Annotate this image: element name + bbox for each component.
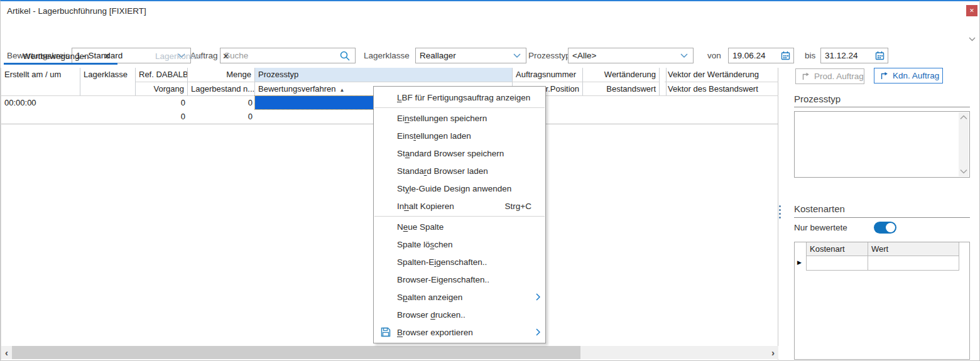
column-header[interactable]: Auftragsnummer: [513, 68, 583, 82]
auftrag-search-input[interactable]: [220, 48, 356, 63]
tab-label: Wertbewegungen: [23, 51, 89, 61]
cell-vorgang[interactable]: 0: [136, 110, 185, 124]
tab-bar: Wertbewegungen ✕ Lagerkonten ✕: [1, 48, 238, 65]
column-header[interactable]: Ref. DABALB: [136, 68, 188, 82]
nur-bewertete-toggle[interactable]: [874, 222, 896, 234]
lagerklasse-select[interactable]: Reallager: [415, 48, 526, 63]
title-bar: Artikel - Lagerbuchführung [FIXIERT] ✕: [1, 1, 979, 21]
vertical-scrollbar[interactable]: [959, 112, 969, 176]
lagerklasse-value: Reallager: [416, 51, 513, 60]
column-header-prozesstyp[interactable]: Prozesstyp: [255, 68, 513, 82]
heading-rule: [794, 107, 970, 107]
panel-splitter-handle[interactable]: [779, 205, 781, 218]
prozesstyp-listbox[interactable]: [794, 111, 970, 178]
cell-erstellt[interactable]: 00:00:00: [4, 96, 80, 110]
cell-ref-dabalb[interactable]: 0: [136, 96, 185, 110]
kostenart-column-header[interactable]: Kostenart: [807, 242, 868, 256]
scrollbar-thumb[interactable]: [12, 346, 580, 359]
lagerklasse-label: Lagerklasse: [364, 51, 410, 60]
kdn-auftrag-label: Kdn. Auftrag: [893, 71, 939, 80]
bis-date-field[interactable]: 31.12.24: [820, 48, 888, 63]
filter-toolbar: Bewertungskreis 1 - Standard Auftrag Lag…: [1, 23, 979, 46]
menu-item-label: Inhalt Kopieren: [397, 202, 454, 211]
cell-menge[interactable]: 0: [188, 96, 253, 110]
context-menu-item[interactable]: Einstellungen speichern: [374, 109, 545, 127]
row-marker-column: [795, 242, 807, 271]
wert-cell[interactable]: [868, 256, 959, 270]
horizontal-scrollbar[interactable]: ‹ ›: [1, 346, 778, 359]
branch-arrow-icon: [880, 72, 888, 80]
kostenarten-heading: Kostenarten: [794, 203, 845, 214]
context-menu-item[interactable]: Browser-Eigenschaften..: [374, 271, 545, 288]
close-button[interactable]: ✕: [966, 5, 977, 16]
context-menu-item[interactable]: Spalten anzeigen: [374, 288, 545, 306]
cell-lagerbestand[interactable]: 0: [188, 110, 253, 124]
branch-arrow-icon: [802, 72, 810, 80]
context-menu-item[interactable]: Inhalt KopierenStrg+C: [374, 197, 545, 215]
context-menu-item[interactable]: Spalten-Eigenschaften..: [374, 253, 545, 271]
context-menu-item[interactable]: Standard Browser speichern: [374, 144, 545, 162]
app-window: Artikel - Lagerbuchführung [FIXIERT] ✕ B…: [0, 0, 980, 361]
context-menu-item[interactable]: Einstellungen laden: [374, 127, 545, 144]
menu-separator: [374, 216, 545, 217]
current-row-marker-icon: ▶: [797, 259, 802, 266]
calendar-icon[interactable]: [781, 51, 790, 60]
tab-lagerkonten[interactable]: Lagerkonten ✕: [119, 48, 238, 65]
context-menu-item[interactable]: Neue Spalte: [374, 218, 545, 235]
menu-item-label: Spalten-Eigenschaften..: [397, 257, 487, 267]
menu-item-label: Spalte löschen: [397, 240, 453, 249]
prod-auftrag-label: Prod. Auftrag: [814, 72, 864, 81]
menu-item-label: Browser-Eigenschaften..: [397, 275, 489, 284]
chevron-down-icon: [513, 53, 521, 58]
nur-bewertete-label: Nur bewertete: [794, 223, 847, 232]
wert-column-header[interactable]: Wert: [868, 242, 959, 256]
tab-wertbewegungen[interactable]: Wertbewegungen ✕: [1, 48, 119, 65]
menu-item-shortcut: Strg+C: [505, 202, 531, 211]
context-menu: LBF für Fertigungsauftrag anzeigenEinste…: [373, 86, 546, 343]
von-date-field[interactable]: 19.06.24: [728, 48, 794, 63]
column-header[interactable]: Menge: [188, 68, 255, 82]
menu-item-label: Einstellungen laden: [397, 131, 471, 141]
menu-item-label: Neue Spalte: [397, 222, 444, 232]
search-icon[interactable]: [340, 51, 351, 62]
context-menu-item[interactable]: Spalte löschen: [374, 235, 545, 253]
column-header[interactable]: Lagerklasse: [80, 68, 136, 95]
kostenart-cell[interactable]: [807, 256, 868, 270]
prozesstyp-heading: Prozesstyp: [794, 94, 841, 104]
tab-close-icon[interactable]: ✕: [104, 51, 111, 61]
context-menu-item[interactable]: Browser exportieren: [374, 323, 545, 341]
window-title: Artikel - Lagerbuchführung [FIXIERT]: [7, 6, 146, 16]
context-menu-item[interactable]: Standard Browser laden: [374, 162, 545, 180]
heading-rule: [794, 217, 970, 218]
menu-item-label: Spalten anzeigen: [397, 293, 462, 302]
bis-label: bis: [805, 51, 815, 60]
kostenarten-empty-row[interactable]: [807, 256, 959, 271]
bis-date-value: 31.12.24: [821, 51, 875, 60]
tab-close-icon[interactable]: ✕: [222, 51, 229, 61]
calendar-icon[interactable]: [875, 51, 885, 60]
column-header[interactable]: Vorgang: [136, 82, 188, 95]
von-date-value: 19.06.24: [729, 51, 781, 60]
scroll-right-icon[interactable]: ›: [768, 346, 778, 359]
column-header[interactable]: Vektor des Bestandswert: [665, 82, 778, 95]
context-menu-item[interactable]: Style-Guide Design anwenden: [374, 180, 545, 197]
prod-auftrag-button[interactable]: Prod. Auftrag: [795, 68, 864, 84]
scroll-down-icon[interactable]: [960, 169, 967, 174]
context-menu-item[interactable]: Browser drucken..: [374, 306, 545, 323]
menu-item-label: Style-Guide Design anwenden: [397, 184, 511, 193]
column-header[interactable]: Lagerbestand n...: [188, 82, 255, 95]
menu-item-label: LBF für Fertigungsauftrag anzeigen: [397, 93, 530, 102]
column-header[interactable]: Erstellt am / um: [1, 68, 80, 95]
column-header[interactable]: Bestandswert: [583, 82, 660, 95]
scroll-left-icon[interactable]: ‹: [1, 346, 12, 359]
prozesstyp-select[interactable]: <Alle>: [568, 48, 694, 63]
menu-item-label: Standard Browser laden: [397, 166, 488, 176]
prozesstyp-filter-label: Prozesstyp: [528, 51, 570, 60]
column-header[interactable]: Wertänderung: [583, 68, 660, 82]
context-menu-item[interactable]: LBF für Fertigungsauftrag anzeigen: [374, 89, 545, 106]
toolbar-overflow-chevron-icon[interactable]: [969, 37, 976, 41]
column-header[interactable]: Vektor der Wertänderung: [665, 68, 778, 82]
chevron-down-icon: [680, 53, 688, 58]
scroll-up-icon[interactable]: [960, 115, 967, 120]
kdn-auftrag-button[interactable]: Kdn. Auftrag: [874, 68, 943, 84]
